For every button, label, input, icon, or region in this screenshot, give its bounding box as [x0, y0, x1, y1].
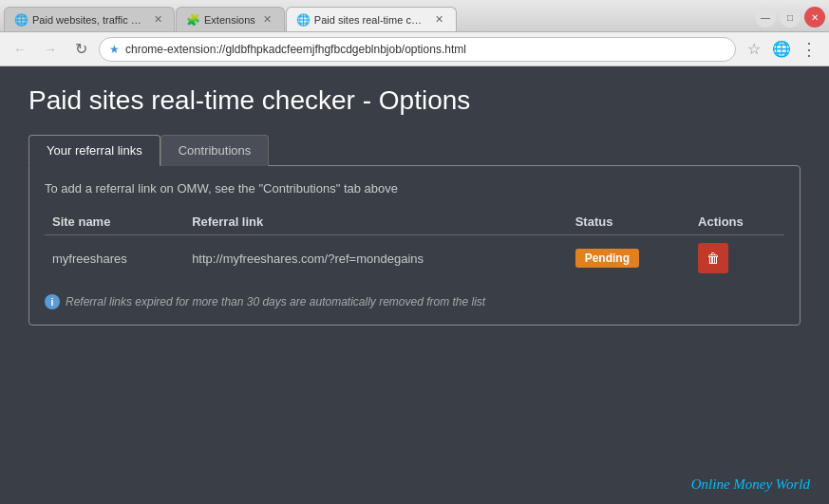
- content-panel: To add a referral link on OMW, see the "…: [28, 165, 801, 326]
- maximize-button[interactable]: □: [780, 7, 801, 28]
- referral-table: Site name Referral link Status Actions m…: [45, 209, 784, 281]
- tab2-close[interactable]: ✕: [261, 13, 274, 27]
- cell-referral-link: http://myfreeshares.com/?ref=mondegains: [184, 235, 568, 282]
- footer-note-text: Referral links expired for more than 30 …: [66, 295, 485, 308]
- tab-extensions[interactable]: 🧩 Extensions ✕: [176, 7, 285, 31]
- tab2-label: Extensions: [204, 14, 255, 26]
- info-text: To add a referral link on OMW, see the "…: [45, 181, 784, 196]
- tab1-favicon: 🌐: [14, 13, 28, 27]
- tab-referral-links[interactable]: Your referral links: [28, 135, 160, 166]
- tab3-favicon: 🌐: [296, 13, 310, 27]
- address-bar[interactable]: ★ chrome-extension://gldbfhpkadcfeemjfhg…: [99, 37, 736, 62]
- bookmark-button[interactable]: ☆: [742, 37, 766, 62]
- tab-paid-websites[interactable]: 🌐 Paid websites, traffic exc... ✕: [4, 7, 175, 31]
- col-site-name: Site name: [45, 209, 184, 235]
- secure-icon: ★: [109, 43, 120, 56]
- page-tab-nav: Your referral links Contributions: [28, 135, 801, 166]
- minimize-button[interactable]: —: [755, 7, 776, 28]
- address-url: chrome-extension://gldbfhpkadcfeemjfhgfb…: [125, 43, 725, 56]
- status-badge: Pending: [575, 249, 639, 268]
- table-row: myfreeshareshttp://myfreeshares.com/?ref…: [45, 235, 784, 282]
- page-title: Paid sites real-time checker - Options: [28, 85, 801, 116]
- tab1-close[interactable]: ✕: [151, 13, 164, 27]
- col-status: Status: [568, 209, 690, 235]
- menu-button[interactable]: ⋮: [797, 37, 821, 62]
- tab1-label: Paid websites, traffic exc...: [32, 14, 145, 26]
- tab-contributions[interactable]: Contributions: [160, 135, 270, 166]
- cell-status: Pending: [568, 235, 690, 282]
- toolbar: ← → ↻ ★ chrome-extension://gldbfhpkadcfe…: [0, 32, 829, 66]
- tab3-close[interactable]: ✕: [433, 13, 446, 27]
- forward-button[interactable]: →: [38, 37, 63, 62]
- close-button[interactable]: ✕: [804, 7, 825, 28]
- browser-frame: 🌐 Paid websites, traffic exc... ✕ 🧩 Exte…: [0, 0, 829, 504]
- window-controls: — □ ✕: [755, 7, 825, 31]
- tab3-label: Paid sites real-time chec...: [314, 14, 427, 26]
- refresh-button[interactable]: ↻: [68, 37, 93, 62]
- watermark: Online Money World: [691, 476, 810, 493]
- info-icon: i: [45, 294, 60, 309]
- tab-paid-sites-checker[interactable]: 🌐 Paid sites real-time chec... ✕: [286, 7, 457, 31]
- back-button[interactable]: ←: [8, 37, 32, 62]
- footer-note: i Referral links expired for more than 3…: [45, 294, 784, 309]
- cell-actions: 🗑: [690, 235, 784, 282]
- col-referral-link: Referral link: [184, 209, 568, 235]
- globe-icon: 🌐: [772, 40, 791, 58]
- page-content: Paid sites real-time checker - Options Y…: [0, 66, 829, 504]
- delete-button[interactable]: 🗑: [698, 243, 728, 273]
- cell-site-name: myfreeshares: [45, 235, 184, 282]
- col-actions: Actions: [690, 209, 784, 235]
- title-bar: 🌐 Paid websites, traffic exc... ✕ 🧩 Exte…: [0, 0, 829, 32]
- tab2-favicon: 🧩: [186, 13, 199, 27]
